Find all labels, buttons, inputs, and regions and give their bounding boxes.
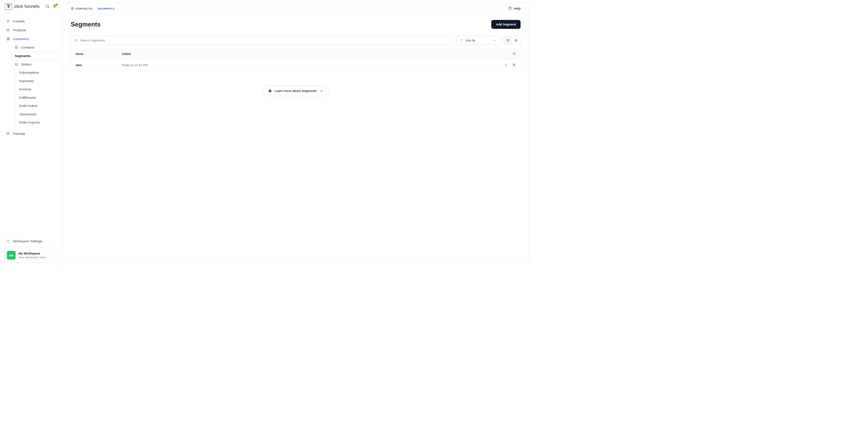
- sidebar: click funnels Funnels Products Customers: [0, 0, 62, 266]
- sidebar-item-customers[interactable]: Customers: [3, 35, 59, 43]
- sort-dropdown[interactable]: Sort by: [456, 36, 500, 45]
- column-added: Added: [122, 52, 510, 56]
- sidebar-item-label: Draft Orders: [19, 104, 37, 108]
- sidebar-item-label: Contacts: [21, 45, 34, 49]
- segment-added: Today at 10:24 PM: [122, 63, 504, 67]
- learn-more-button[interactable]: Learn more about Segments: [262, 86, 329, 96]
- sidebar-item-subscriptions[interactable]: Subscriptions: [15, 69, 59, 77]
- workspace-switcher[interactable]: AN My Workspace Jhon Salchicha's Team: [3, 248, 59, 263]
- training-icon: [6, 132, 10, 135]
- box-icon: [6, 28, 10, 32]
- sidebar-item-draft-orders[interactable]: Draft Orders: [15, 102, 59, 110]
- brand-name: click funnels: [14, 4, 40, 9]
- sidebar-item-segments[interactable]: Segments: [12, 52, 59, 60]
- search-icon: [74, 38, 78, 42]
- svg-point-21: [506, 64, 507, 65]
- breadcrumb-root[interactable]: CONTACTS: [71, 7, 93, 10]
- sidebar-item-contacts[interactable]: Contacts: [12, 43, 59, 51]
- gear-icon: [6, 239, 10, 243]
- sidebar-item-label: Payments: [19, 79, 34, 83]
- sidebar-item-invoices[interactable]: Invoices: [15, 85, 59, 93]
- sidebar-item-label: Fulfillments: [19, 96, 36, 99]
- add-segment-button[interactable]: Add Segment: [491, 20, 520, 29]
- workspace-avatar: AN: [7, 251, 16, 260]
- svg-point-8: [8, 241, 9, 242]
- grid-icon: [515, 39, 518, 42]
- breadcrumb-separator: :: [95, 7, 96, 10]
- svg-rect-15: [507, 41, 509, 41]
- sidebar-item-abandoned[interactable]: Abandoned: [15, 110, 59, 118]
- sidebar-item-training[interactable]: Training: [3, 129, 59, 138]
- logo[interactable]: click funnels: [5, 3, 42, 10]
- segment-name: ates: [76, 63, 122, 67]
- search-input[interactable]: [71, 36, 453, 45]
- sidebar-item-fulfillments[interactable]: Fulfillments: [15, 94, 59, 102]
- arrow-right-icon: [320, 89, 323, 93]
- page-title: Segments: [71, 21, 101, 28]
- contact-icon: [71, 7, 74, 10]
- breadcrumb: CONTACTS : SEGMENTS: [71, 7, 115, 10]
- svg-point-3: [46, 5, 48, 7]
- svg-point-13: [75, 39, 77, 41]
- svg-rect-18: [515, 40, 516, 41]
- table-row[interactable]: ates Today at 10:24 PM: [71, 59, 520, 70]
- gear-icon[interactable]: [504, 63, 508, 67]
- chevron-down-icon: [493, 39, 497, 42]
- grid-view-button[interactable]: [512, 36, 520, 44]
- list-view-button[interactable]: [504, 36, 512, 44]
- column-name: Name: [76, 52, 122, 56]
- search-icon[interactable]: [45, 4, 50, 8]
- svg-point-12: [510, 9, 511, 10]
- users-icon: [6, 37, 10, 41]
- svg-rect-14: [507, 39, 509, 40]
- help-button[interactable]: Help: [508, 6, 520, 10]
- trash-icon[interactable]: [512, 63, 516, 67]
- sidebar-item-funnels[interactable]: Funnels: [3, 17, 59, 26]
- sidebar-item-label: Products: [13, 28, 26, 32]
- svg-rect-17: [516, 39, 517, 40]
- bell-icon[interactable]: [53, 4, 57, 8]
- breadcrumb-current[interactable]: SEGMENTS: [98, 7, 115, 10]
- sidebar-item-label: Invoices: [19, 88, 31, 91]
- sidebar-item-label: Workspace Settings: [13, 239, 42, 243]
- workspace-name: My Workspace: [19, 252, 46, 255]
- sidebar-item-products[interactable]: Products: [3, 26, 59, 35]
- sidebar-item-label: Orders: [21, 62, 31, 66]
- svg-point-7: [16, 47, 17, 48]
- help-icon: [268, 89, 272, 93]
- sidebar-item-order-exports[interactable]: Order Exports: [15, 118, 59, 127]
- segments-table: Name Added ates Today at 10:24 PM: [71, 49, 520, 71]
- svg-rect-19: [516, 40, 517, 41]
- sidebar-item-workspace-settings[interactable]: Workspace Settings: [3, 237, 59, 246]
- help-icon: [508, 6, 512, 10]
- sidebar-item-label: Funnels: [13, 20, 25, 23]
- sidebar-item-payments[interactable]: Payments: [15, 77, 59, 85]
- svg-point-5: [8, 38, 8, 39]
- inbox-icon: [15, 62, 18, 66]
- sidebar-item-label: Abandoned: [19, 112, 36, 116]
- funnel-icon: [6, 20, 10, 23]
- logo-icon: [5, 3, 12, 10]
- sidebar-item-orders[interactable]: Orders: [12, 60, 59, 69]
- sort-icon: [460, 39, 463, 42]
- svg-point-10: [72, 8, 73, 8]
- svg-point-23: [270, 92, 270, 92]
- columns-icon[interactable]: [513, 52, 516, 55]
- sidebar-item-label: Customers: [13, 37, 29, 41]
- svg-rect-16: [515, 39, 516, 40]
- notification-dot: [56, 4, 58, 6]
- list-icon: [506, 39, 510, 42]
- workspace-team: Jhon Salchicha's Team: [19, 256, 46, 259]
- svg-point-2: [8, 6, 9, 8]
- sidebar-item-label: Segments: [15, 54, 31, 58]
- sidebar-item-label: Order Exports: [19, 121, 40, 125]
- contact-icon: [15, 45, 18, 49]
- sidebar-item-label: Training: [13, 132, 25, 135]
- sidebar-item-label: Subscriptions: [19, 71, 39, 75]
